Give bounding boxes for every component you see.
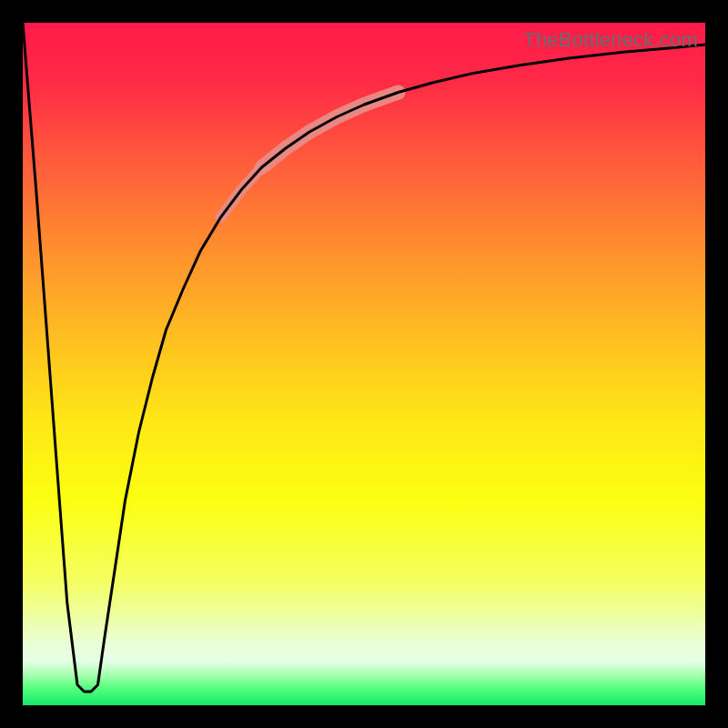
watermark-text: TheBottleneck.com (523, 28, 698, 52)
outer-frame: TheBottleneck.com (0, 0, 728, 728)
curve-highlight (221, 93, 399, 217)
bottleneck-curve (23, 23, 705, 692)
plot-area: TheBottleneck.com (23, 23, 705, 705)
curve-layer (23, 23, 705, 705)
